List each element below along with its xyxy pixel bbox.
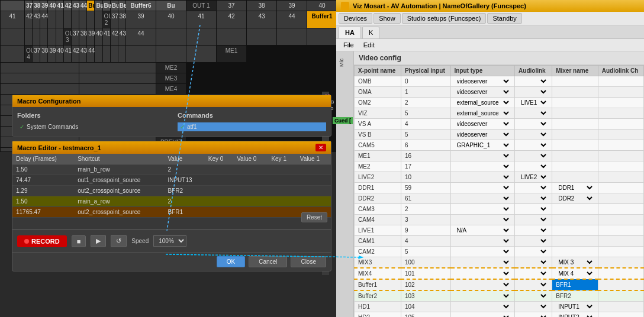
- cell-type[interactable]: [450, 204, 515, 215]
- audiolink-select[interactable]: [519, 120, 548, 128]
- cell-mixer[interactable]: MIX 3: [552, 257, 598, 269]
- mixer-select[interactable]: DDR2: [556, 195, 594, 202]
- audiolink-select[interactable]: [519, 270, 548, 277]
- type-select[interactable]: [455, 248, 511, 255]
- audiolink-select[interactable]: [519, 313, 548, 317]
- type-select[interactable]: GRAPHIC_1: [455, 141, 511, 149]
- cancel-button[interactable]: Cancel: [249, 256, 287, 267]
- type-select[interactable]: [455, 152, 511, 160]
- cell-audiolink[interactable]: LIVE1: [515, 98, 552, 108]
- tab-k[interactable]: K: [362, 27, 379, 38]
- mixer-select[interactable]: MIX 4: [556, 270, 594, 277]
- mixer-select[interactable]: INPUT1: [556, 303, 594, 310]
- table-row[interactable]: DDR1 59 DDR1: [355, 183, 644, 193]
- type-select[interactable]: [455, 258, 511, 266]
- cell-audiolink[interactable]: [515, 225, 552, 236]
- cell-audiolink[interactable]: [515, 140, 552, 151]
- record-button[interactable]: RECORD: [17, 235, 67, 247]
- type-select[interactable]: videoserver: [455, 131, 511, 138]
- type-select[interactable]: external_source: [455, 109, 511, 117]
- mixer-select[interactable]: DDR1: [556, 184, 594, 192]
- cell-mixer[interactable]: INPUT1: [552, 302, 598, 312]
- type-select[interactable]: [455, 292, 511, 300]
- audiolink-select[interactable]: [519, 237, 548, 245]
- cell-type[interactable]: GRAPHIC_1: [450, 140, 515, 151]
- type-select[interactable]: [455, 163, 511, 170]
- audiolink-select[interactable]: [519, 131, 548, 138]
- reset-button[interactable]: Reset: [301, 212, 327, 222]
- matrix-col-buf2[interactable]: Buffer2: [95, 1, 102, 11]
- audiolink-select[interactable]: [519, 141, 548, 149]
- cell-type[interactable]: [450, 215, 515, 225]
- table-row[interactable]: OMB 0 videoserver: [355, 76, 644, 87]
- menu-edit[interactable]: Edit: [359, 40, 379, 50]
- type-select[interactable]: [455, 205, 511, 213]
- cell-audiolink[interactable]: [515, 87, 552, 98]
- type-select[interactable]: [455, 270, 511, 277]
- cell-audiolink[interactable]: LIVE2: [515, 172, 552, 183]
- cell-type[interactable]: videoserver: [450, 87, 515, 98]
- cell-type[interactable]: external_source: [450, 108, 515, 119]
- table-row[interactable]: CAM2 5: [355, 247, 644, 257]
- type-select[interactable]: videoserver: [455, 88, 511, 96]
- audiolink-select[interactable]: [519, 205, 548, 213]
- table-row[interactable]: 1.50 main_b_row 2: [12, 164, 331, 175]
- cell-audiolink[interactable]: [515, 215, 552, 225]
- type-select[interactable]: [455, 237, 511, 245]
- cell-audiolink[interactable]: [515, 279, 552, 290]
- cell-audiolink[interactable]: [515, 247, 552, 257]
- cell-type[interactable]: [450, 151, 515, 161]
- cell-type[interactable]: videoserver: [450, 130, 515, 140]
- cell-audiolink[interactable]: [515, 130, 552, 140]
- show-button[interactable]: Show: [373, 13, 401, 24]
- cell-mixer-bfr1[interactable]: BFR1: [552, 279, 598, 290]
- audiolink-select[interactable]: [519, 258, 548, 266]
- matrix-col-buf6[interactable]: Buffer6: [126, 1, 156, 11]
- audiolink-select[interactable]: [519, 227, 548, 234]
- mixer-select[interactable]: INPUT2: [556, 313, 594, 317]
- type-select[interactable]: videoserver: [455, 77, 511, 85]
- menu-file[interactable]: File: [339, 40, 359, 50]
- cell-type[interactable]: external_source: [450, 98, 515, 108]
- cell-audiolink[interactable]: [515, 204, 552, 215]
- table-row[interactable]: CAM4 3: [355, 215, 644, 225]
- table-row[interactable]: DDR2 61 DDR2: [355, 193, 644, 204]
- loop-button[interactable]: ↺: [111, 235, 127, 247]
- table-row[interactable]: ME2 17: [355, 161, 644, 172]
- audiolink-select[interactable]: [519, 303, 548, 310]
- table-row-buffer1[interactable]: Buffer1 102 BFR1: [355, 279, 644, 290]
- matrix-col-buf5[interactable]: Buffer5: [118, 1, 125, 11]
- table-row-buffer2[interactable]: Buffer2 103 BFR2: [355, 290, 644, 302]
- cell-audiolink[interactable]: [515, 193, 552, 204]
- play-button[interactable]: ▶: [91, 235, 106, 247]
- cell-type[interactable]: [450, 193, 515, 204]
- close-button[interactable]: Close: [291, 256, 326, 267]
- cell-audiolink[interactable]: [515, 290, 552, 302]
- audiolink-select[interactable]: [519, 77, 548, 85]
- table-row[interactable]: VS A 4 videoserver: [355, 119, 644, 130]
- audiolink-select[interactable]: [519, 163, 548, 170]
- table-row[interactable]: 1.50 main_a_row 2: [12, 196, 331, 207]
- audiolink-select[interactable]: LIVE1: [519, 99, 548, 106]
- table-row[interactable]: ME1 16: [355, 151, 644, 161]
- matrix-col-buf1[interactable]: Buffer1: [87, 1, 94, 11]
- audiolink-select[interactable]: [519, 248, 548, 255]
- table-row[interactable]: VIZ 5 external_source: [355, 108, 644, 119]
- macro-folder-system-commands[interactable]: ✓ System Commands: [17, 122, 166, 131]
- standby-button[interactable]: Standby: [487, 13, 521, 24]
- table-row[interactable]: LIVE1 9 N/A: [355, 225, 644, 236]
- table-row[interactable]: OM2 2 external_source LIVE1: [355, 98, 644, 108]
- sidebar-item-mic[interactable]: Mic: [336, 54, 353, 72]
- macro-editor-close-button[interactable]: ✕: [315, 144, 326, 151]
- cell-type[interactable]: [450, 302, 515, 312]
- cell-mixer[interactable]: DDR2: [552, 193, 598, 204]
- cell-type[interactable]: [450, 183, 515, 193]
- table-row[interactable]: CAM5 6 GRAPHIC_1: [355, 140, 644, 151]
- audiolink-select[interactable]: [519, 184, 548, 192]
- table-row[interactable]: VS B 5 videoserver: [355, 130, 644, 140]
- type-select[interactable]: external_source: [455, 99, 511, 106]
- table-row-mix4[interactable]: MIX4 101 MIX 4: [355, 268, 644, 279]
- tab-ha[interactable]: HA: [339, 27, 361, 38]
- table-row[interactable]: LIVE2 10 LIVE2: [355, 172, 644, 183]
- speed-select[interactable]: 100% 75% 50%: [153, 235, 186, 247]
